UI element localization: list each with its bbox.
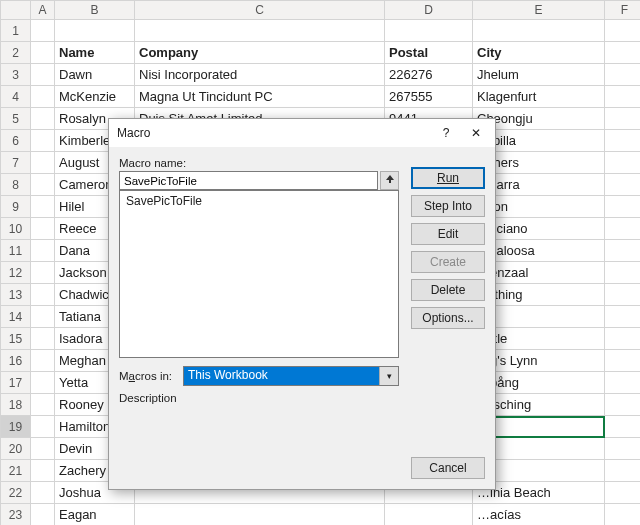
cell[interactable] <box>605 218 641 240</box>
row-header[interactable]: 8 <box>1 174 31 196</box>
row-header[interactable]: 2 <box>1 42 31 64</box>
cell[interactable] <box>31 262 55 284</box>
cell[interactable] <box>605 152 641 174</box>
help-button[interactable]: ? <box>431 122 461 144</box>
cell[interactable] <box>385 20 473 42</box>
cell[interactable] <box>31 284 55 306</box>
dialog-titlebar[interactable]: Macro ? ✕ <box>109 119 495 147</box>
cell[interactable]: 226276 <box>385 64 473 86</box>
row-header[interactable]: 11 <box>1 240 31 262</box>
cell[interactable] <box>605 328 641 350</box>
cell[interactable]: Dawn <box>55 64 135 86</box>
row-header[interactable]: 1 <box>1 20 31 42</box>
cell[interactable] <box>605 240 641 262</box>
row-header[interactable]: 23 <box>1 504 31 526</box>
row-header[interactable]: 10 <box>1 218 31 240</box>
cell[interactable] <box>31 20 55 42</box>
column-header-row[interactable]: A B C D E F <box>1 1 641 20</box>
cell[interactable] <box>31 174 55 196</box>
table-row[interactable]: 4McKenzieMagna Ut Tincidunt PC267555Klag… <box>1 86 641 108</box>
macro-list-item[interactable]: SavePicToFile <box>124 193 394 209</box>
cell[interactable] <box>31 64 55 86</box>
col-header-C[interactable]: C <box>135 1 385 20</box>
cell[interactable] <box>31 196 55 218</box>
row-header[interactable]: 12 <box>1 262 31 284</box>
row-header[interactable]: 21 <box>1 460 31 482</box>
cell[interactable] <box>473 20 605 42</box>
row-header[interactable]: 3 <box>1 64 31 86</box>
close-button[interactable]: ✕ <box>461 122 491 144</box>
col-header-E[interactable]: E <box>473 1 605 20</box>
row-header[interactable]: 9 <box>1 196 31 218</box>
row-header[interactable]: 15 <box>1 328 31 350</box>
cell[interactable] <box>135 504 385 526</box>
cell[interactable]: …acías <box>473 504 605 526</box>
cell[interactable] <box>605 20 641 42</box>
cell[interactable]: Eagan <box>55 504 135 526</box>
row-header[interactable]: 17 <box>1 372 31 394</box>
cell[interactable] <box>31 328 55 350</box>
row-header[interactable]: 4 <box>1 86 31 108</box>
cell[interactable]: Klagenfurt <box>473 86 605 108</box>
cell[interactable] <box>55 20 135 42</box>
cell[interactable] <box>385 504 473 526</box>
chevron-down-icon[interactable]: ▾ <box>379 367 398 385</box>
cell[interactable] <box>31 86 55 108</box>
row-header[interactable]: 22 <box>1 482 31 504</box>
delete-button[interactable]: Delete <box>411 279 485 301</box>
macro-list[interactable]: SavePicToFile <box>119 190 399 358</box>
cancel-button[interactable]: Cancel <box>411 457 485 479</box>
cell[interactable] <box>605 108 641 130</box>
cell[interactable] <box>31 42 55 64</box>
col-header-D[interactable]: D <box>385 1 473 20</box>
cell[interactable]: 267555 <box>385 86 473 108</box>
cell[interactable]: Jhelum <box>473 64 605 86</box>
table-row[interactable]: 2NameCompanyPostalCity <box>1 42 641 64</box>
cell[interactable] <box>605 438 641 460</box>
go-to-reference-button[interactable] <box>380 171 399 190</box>
cell[interactable] <box>605 306 641 328</box>
select-all-corner[interactable] <box>1 1 31 20</box>
cell[interactable]: McKenzie <box>55 86 135 108</box>
cell[interactable] <box>31 460 55 482</box>
cell[interactable] <box>605 372 641 394</box>
step-into-button[interactable]: Step Into <box>411 195 485 217</box>
cell[interactable] <box>31 130 55 152</box>
cell[interactable] <box>605 262 641 284</box>
row-header[interactable]: 5 <box>1 108 31 130</box>
cell[interactable] <box>605 460 641 482</box>
cell[interactable] <box>605 482 641 504</box>
cell[interactable] <box>31 152 55 174</box>
cell[interactable] <box>605 196 641 218</box>
macro-name-input[interactable] <box>119 171 378 190</box>
cell[interactable] <box>31 504 55 526</box>
macros-in-combobox[interactable]: This Workbook ▾ <box>183 366 399 386</box>
cell[interactable] <box>31 438 55 460</box>
run-button[interactable]: Run <box>411 167 485 189</box>
col-header-F[interactable]: F <box>605 1 641 20</box>
col-header-B[interactable]: B <box>55 1 135 20</box>
cell[interactable] <box>31 482 55 504</box>
cell[interactable] <box>605 42 641 64</box>
cell[interactable] <box>31 350 55 372</box>
row-header[interactable]: 18 <box>1 394 31 416</box>
col-header-A[interactable]: A <box>31 1 55 20</box>
table-row[interactable]: 3DawnNisi Incorporated226276Jhelum <box>1 64 641 86</box>
cell[interactable] <box>31 240 55 262</box>
options-button[interactable]: Options... <box>411 307 485 329</box>
cell[interactable] <box>605 394 641 416</box>
edit-button[interactable]: Edit <box>411 223 485 245</box>
row-header[interactable]: 13 <box>1 284 31 306</box>
row-header[interactable]: 19 <box>1 416 31 438</box>
row-header[interactable]: 7 <box>1 152 31 174</box>
cell[interactable]: Company <box>135 42 385 64</box>
table-row[interactable]: 1 <box>1 20 641 42</box>
row-header[interactable]: 20 <box>1 438 31 460</box>
cell[interactable] <box>31 306 55 328</box>
cell[interactable]: Name <box>55 42 135 64</box>
cell[interactable] <box>605 416 641 438</box>
cell[interactable]: Magna Ut Tincidunt PC <box>135 86 385 108</box>
cell[interactable] <box>605 350 641 372</box>
cell[interactable] <box>605 504 641 526</box>
cell[interactable]: Postal <box>385 42 473 64</box>
